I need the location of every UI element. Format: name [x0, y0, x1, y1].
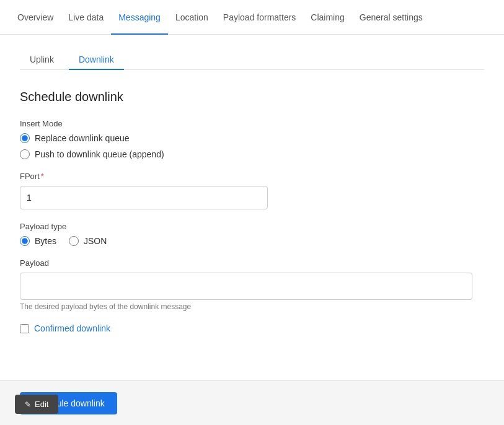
edit-button[interactable]: ✎ Edit — [15, 395, 58, 414]
confirmed-downlink-text: Confirmed downlink — [34, 323, 110, 333]
tab-downlink[interactable]: Downlink — [69, 50, 124, 69]
fport-required-star: * — [41, 172, 44, 181]
nav-item-location[interactable]: Location — [168, 0, 216, 35]
radio-bytes[interactable]: Bytes — [20, 236, 56, 246]
nav-item-live-data[interactable]: Live data — [61, 0, 111, 35]
payload-type-options: Bytes JSON — [20, 236, 484, 246]
payload-group: Payload The desired payload bytes of the… — [20, 258, 484, 311]
payload-input[interactable] — [20, 273, 472, 300]
fport-label: FPort * — [20, 172, 484, 181]
fport-group: FPort * — [20, 172, 484, 209]
payload-type-group: Payload type Bytes JSON — [20, 222, 484, 246]
nav-item-messaging[interactable]: Messaging — [111, 0, 168, 35]
radio-push[interactable]: Push to downlink queue (append) — [20, 149, 484, 159]
payload-type-label: Payload type — [20, 222, 484, 231]
tab-uplink[interactable]: Uplink — [20, 50, 64, 69]
radio-replace[interactable]: Replace downlink queue — [20, 133, 484, 143]
radio-push-input[interactable] — [20, 149, 30, 159]
nav-item-claiming[interactable]: Claiming — [303, 0, 351, 35]
nav-item-overview[interactable]: Overview — [10, 0, 61, 35]
confirmed-downlink-label[interactable]: Confirmed downlink — [20, 323, 484, 333]
edit-button-label: Edit — [35, 400, 48, 409]
radio-push-label: Push to downlink queue (append) — [35, 149, 164, 159]
radio-replace-label: Replace downlink queue — [35, 133, 130, 143]
section-title: Schedule downlink — [20, 90, 484, 104]
confirmed-downlink-checkbox[interactable] — [20, 324, 29, 333]
radio-bytes-label: Bytes — [35, 236, 56, 246]
main-content: Uplink Downlink Schedule downlink Insert… — [0, 35, 504, 361]
payload-hint: The desired payload bytes of the downlin… — [20, 302, 484, 311]
edit-icon: ✎ — [25, 400, 31, 409]
insert-mode-label: Insert Mode — [20, 119, 484, 128]
radio-replace-input[interactable] — [20, 133, 30, 143]
payload-label: Payload — [20, 258, 484, 268]
bottom-bar: Schedule downlink — [0, 380, 504, 425]
radio-json[interactable]: JSON — [69, 236, 107, 246]
radio-json-label: JSON — [84, 236, 107, 246]
top-navigation: Overview Live data Messaging Location Pa… — [0, 0, 504, 35]
radio-bytes-input[interactable] — [20, 236, 30, 246]
insert-mode-group: Insert Mode Replace downlink queue Push … — [20, 119, 484, 159]
nav-item-payload-formatters[interactable]: Payload formatters — [216, 0, 304, 35]
insert-mode-options: Replace downlink queue Push to downlink … — [20, 133, 484, 159]
fport-input[interactable] — [20, 186, 268, 209]
fport-label-text: FPort — [20, 172, 40, 181]
nav-item-general-settings[interactable]: General settings — [352, 0, 430, 35]
radio-json-input[interactable] — [69, 236, 79, 246]
confirmed-downlink-group: Confirmed downlink — [20, 323, 484, 333]
sub-tabs: Uplink Downlink — [20, 50, 484, 70]
